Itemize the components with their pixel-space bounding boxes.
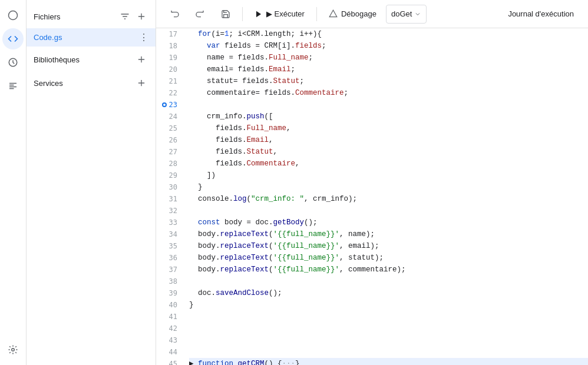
code-line: body.replaceText('{{full_name}}', statut… [189, 252, 588, 264]
run-button[interactable]: ▶ Exécuter [247, 5, 312, 24]
line-number: 45 [156, 358, 184, 365]
line-number: 21 [156, 75, 184, 87]
svg-point-0 [9, 11, 18, 20]
svg-marker-13 [256, 11, 261, 17]
sidebar: Fichiers Code.gs ⋮ Bibliothèques [27, 0, 156, 365]
line-numbers: 1718192021222324252627282930313233343536… [156, 28, 184, 365]
code-line: crm_info.push([ [189, 111, 588, 122]
line-number: 28 [156, 158, 184, 170]
function-select[interactable]: doGet [386, 5, 427, 24]
icon-bar [0, 0, 27, 365]
home-icon[interactable] [2, 5, 24, 26]
add-service-button[interactable] [134, 76, 148, 90]
main-area: ▶ Exécuter Débogage doGet Journal d'exéc… [156, 0, 588, 365]
add-library-button[interactable] [134, 52, 148, 67]
line-number: 31 [156, 193, 184, 205]
code-line [189, 205, 588, 217]
code-line: body.replaceText('{{full_name}}', commen… [189, 264, 588, 276]
save-button[interactable] [214, 5, 237, 24]
sidebar-header-title: Fichiers [34, 12, 61, 21]
sidebar-section-services: Services [27, 70, 156, 94]
code-line: const body = doc.getBody(); [189, 217, 588, 228]
code-line: console.log("crm_info: ", crm_info); [189, 193, 588, 205]
toolbar-separator-2 [316, 7, 317, 21]
line-number: 23 [156, 99, 184, 111]
line-number: 36 [156, 252, 184, 264]
debug-button[interactable]: Débogage [322, 5, 384, 24]
line-number: 17 [156, 28, 184, 40]
code-line: fields.Full_name, [189, 122, 588, 134]
line-number: 30 [156, 181, 184, 193]
svg-point-6 [12, 349, 15, 351]
function-select-value: doGet [391, 9, 412, 18]
line-number: 42 [156, 323, 184, 334]
line-number: 32 [156, 205, 184, 217]
line-number: 38 [156, 276, 184, 287]
run-label: ▶ Exécuter [266, 9, 305, 18]
code-line [189, 346, 588, 358]
sidebar-section-libraries: Bibliothèques [27, 47, 156, 70]
sidebar-header: Fichiers [27, 5, 156, 28]
code-content[interactable]: for(i=1; i<CRM.length; i++){ var fields … [184, 28, 588, 365]
line-number: 29 [156, 170, 184, 181]
code-editor[interactable]: 1718192021222324252627282930313233343536… [156, 28, 588, 365]
undo-button[interactable] [163, 5, 187, 24]
code-line [189, 334, 588, 346]
code-line: body.replaceText('{{full_name}}', email)… [189, 240, 588, 252]
list-icon[interactable] [2, 75, 24, 97]
line-number: 26 [156, 134, 184, 146]
redo-button[interactable] [188, 5, 212, 24]
line-number: 39 [156, 287, 184, 299]
line-number: 35 [156, 240, 184, 252]
code-line: } [189, 181, 588, 193]
libraries-section-title: Bibliothèques [34, 55, 80, 64]
journal-button[interactable]: Journal d'exécution [501, 5, 581, 24]
code-line: for(i=1; i<CRM.length; i++){ [189, 28, 588, 40]
code-line [189, 323, 588, 334]
line-number: 34 [156, 228, 184, 240]
services-section-title: Services [34, 79, 63, 88]
code-line: doc.saveAndClose(); [189, 287, 588, 299]
file-item-code-gs[interactable]: Code.gs ⋮ [27, 28, 156, 47]
line-number: 41 [156, 311, 184, 323]
add-file-icon[interactable] [134, 9, 148, 24]
line-number: 40 [156, 299, 184, 311]
svg-marker-14 [329, 10, 337, 16]
file-name: Code.gs [34, 33, 62, 42]
code-line [189, 99, 588, 111]
code-line: ]) [189, 170, 588, 181]
journal-label: Journal d'exécution [508, 9, 574, 18]
line-number: 19 [156, 52, 184, 64]
code-line: email= fields.Email; [189, 64, 588, 75]
line-number: 44 [156, 346, 184, 358]
clock-icon[interactable] [2, 52, 24, 73]
code-line: ▶ function getCRM() {···} [189, 358, 588, 365]
toolbar-separator-1 [242, 7, 243, 21]
line-number: 20 [156, 64, 184, 75]
code-line: fields.Email, [189, 134, 588, 146]
line-number: 22 [156, 87, 184, 99]
gear-icon[interactable] [2, 339, 24, 360]
line-number: 37 [156, 264, 184, 276]
line-number: 27 [156, 146, 184, 158]
code-line [189, 276, 588, 287]
line-number: 43 [156, 334, 184, 346]
code-line: body.replaceText('{{full_name}}', name); [189, 228, 588, 240]
line-number: 33 [156, 217, 184, 228]
code-icon[interactable] [2, 28, 24, 49]
sort-icon[interactable] [118, 9, 132, 24]
code-line [189, 311, 588, 323]
code-line: var fields = CRM[i].fields; [189, 40, 588, 52]
code-line: statut= fields.Statut; [189, 75, 588, 87]
code-line: commentaire= fields.Commentaire; [189, 87, 588, 99]
sidebar-header-icons [118, 9, 148, 24]
code-line: fields.Statut, [189, 146, 588, 158]
file-options-icon[interactable]: ⋮ [139, 32, 148, 43]
line-number: 18 [156, 40, 184, 52]
code-line: name = fields.Full_name; [189, 52, 588, 64]
toolbar: ▶ Exécuter Débogage doGet Journal d'exéc… [156, 0, 588, 28]
line-number: 24 [156, 111, 184, 122]
code-line: } [189, 299, 588, 311]
line-number: 25 [156, 122, 184, 134]
undo-redo-group [163, 5, 212, 24]
